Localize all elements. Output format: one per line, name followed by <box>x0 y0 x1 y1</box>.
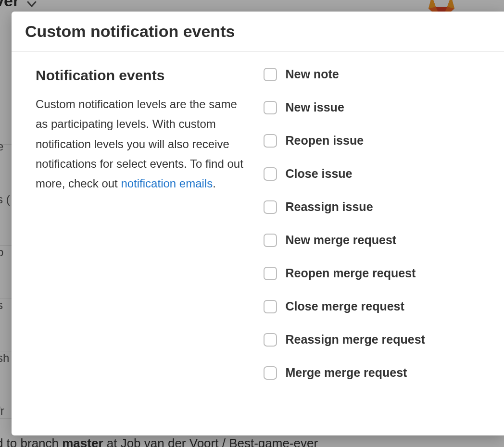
event-row: New issue <box>264 100 480 114</box>
event-row: Close issue <box>264 167 480 181</box>
event-label[interactable]: Close merge request <box>286 299 404 313</box>
event-checkbox-new-note[interactable] <box>264 68 277 81</box>
event-checkbox-reassign-issue[interactable] <box>264 200 277 214</box>
event-checkbox-merge-merge-request[interactable] <box>264 366 277 380</box>
event-row: Reopen merge request <box>264 266 480 280</box>
section-heading: Notification events <box>36 67 249 84</box>
event-row: New merge request <box>264 233 480 247</box>
notification-emails-link[interactable]: notification emails <box>121 177 213 190</box>
event-checkbox-close-issue[interactable] <box>264 167 277 181</box>
modal-body: Notification events Custom notification … <box>12 52 504 409</box>
event-row: New note <box>264 67 480 81</box>
event-checkbox-reopen-issue[interactable] <box>264 134 277 148</box>
event-label[interactable]: New merge request <box>286 233 397 247</box>
modal-header: Custom notification events <box>12 12 504 52</box>
event-label[interactable]: Close issue <box>286 167 353 181</box>
modal-title: Custom notification events <box>25 22 491 41</box>
event-label[interactable]: Merge merge request <box>286 366 407 380</box>
event-row: Merge merge request <box>264 366 480 380</box>
event-label[interactable]: Reopen merge request <box>286 266 416 280</box>
event-row: Reopen issue <box>264 134 480 148</box>
custom-notification-modal: Custom notification events Notification … <box>12 12 504 435</box>
event-checkbox-close-merge-request[interactable] <box>264 300 277 313</box>
description-prefix: Custom notification levels are the same … <box>36 98 243 190</box>
event-checkbox-new-issue[interactable] <box>264 101 277 114</box>
event-label[interactable]: New issue <box>286 100 344 114</box>
description-text: Custom notification levels are the same … <box>36 94 249 193</box>
event-checkbox-reassign-merge-request[interactable] <box>264 333 277 347</box>
event-row: Reassign issue <box>264 200 480 214</box>
event-row: Reassign merge request <box>264 333 480 347</box>
event-label[interactable]: Reopen issue <box>286 134 364 148</box>
event-label[interactable]: New note <box>286 67 339 81</box>
event-row: Close merge request <box>264 299 480 313</box>
event-label[interactable]: Reassign merge request <box>286 333 425 347</box>
event-checkbox-reopen-merge-request[interactable] <box>264 267 277 280</box>
event-checkbox-new-merge-request[interactable] <box>264 234 277 247</box>
description-column: Notification events Custom notification … <box>36 67 249 399</box>
event-label[interactable]: Reassign issue <box>286 200 373 214</box>
description-suffix: . <box>213 177 216 190</box>
events-column: New note New issue Reopen issue Close is… <box>264 67 480 399</box>
